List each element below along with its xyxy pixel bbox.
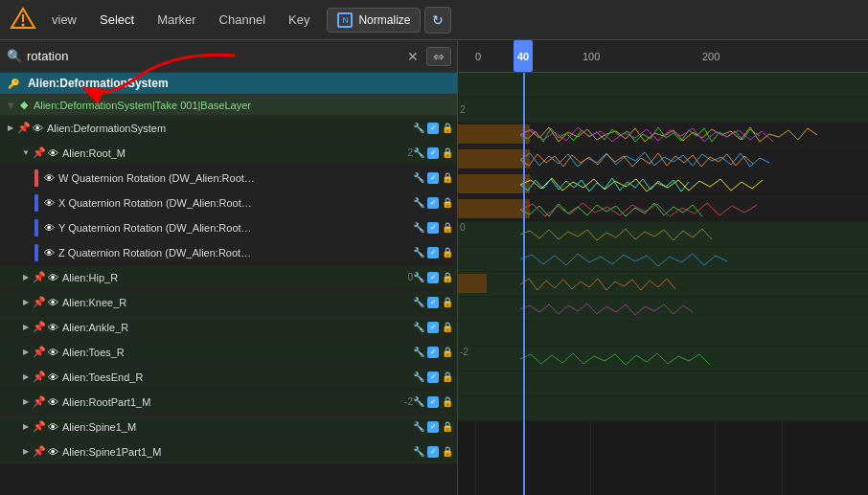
- menu-key[interactable]: Key: [279, 9, 319, 31]
- eye-icon[interactable]: 👁: [44, 172, 55, 184]
- track-checkbox[interactable]: ✓: [427, 222, 439, 234]
- track-checkbox[interactable]: ✓: [427, 247, 439, 259]
- track-row[interactable]: ▼ 📌 👁 Alien:Root_M 2 🔧 ✓ 🔒: [0, 141, 457, 166]
- wrench-icon[interactable]: 🔧: [413, 172, 424, 183]
- eye-icon[interactable]: 👁: [48, 147, 58, 159]
- lock-icon[interactable]: 🔒: [442, 421, 453, 432]
- eye-icon[interactable]: 👁: [48, 396, 58, 408]
- track-row[interactable]: ▶ 📌 👁 Alien:Spine1Part1_M 🔧 ✓ 🔒: [0, 439, 457, 464]
- track-row[interactable]: 👁 W Quaternion Rotation (DW_Alien:Root… …: [0, 166, 457, 191]
- track-checkbox[interactable]: ✓: [427, 197, 439, 209]
- eye-icon[interactable]: 👁: [33, 123, 43, 134]
- app-logo[interactable]: [8, 5, 38, 35]
- track-expander[interactable]: ▶: [19, 296, 33, 309]
- wrench-icon[interactable]: 🔧: [413, 347, 424, 357]
- wrench-icon[interactable]: 🔧: [413, 247, 424, 258]
- menu-view[interactable]: view: [42, 9, 86, 31]
- track-checkbox[interactable]: ✓: [427, 123, 439, 134]
- track-row[interactable]: ▶ 📌 👁 Alien:DeformationSystem 🔧 ✓ 🔒: [0, 116, 457, 141]
- normalize-label: Normalize: [358, 13, 410, 27]
- track-expander[interactable]: ▶: [4, 122, 17, 135]
- track-expander[interactable]: ▶: [19, 271, 33, 284]
- track-checkbox[interactable]: ✓: [427, 347, 439, 358]
- wrench-icon[interactable]: 🔧: [413, 272, 424, 282]
- lock-icon[interactable]: 🔒: [442, 222, 453, 233]
- lock-icon[interactable]: 🔒: [442, 197, 453, 208]
- timeline-ruler[interactable]: 0 40 100 200: [458, 40, 868, 73]
- wrench-icon[interactable]: 🔧: [413, 297, 424, 307]
- lock-icon[interactable]: 🔒: [442, 347, 453, 357]
- wrench-icon[interactable]: 🔧: [413, 421, 424, 432]
- current-frame-marker[interactable]: 40: [514, 40, 533, 72]
- wrench-icon[interactable]: 🔧: [413, 197, 424, 208]
- eye-icon[interactable]: 👁: [48, 446, 58, 458]
- track-color-indicator: [34, 169, 38, 187]
- track-row[interactable]: 👁 Y Quaternion Rotation (DW_Alien:Root… …: [0, 215, 457, 240]
- track-row[interactable]: 👁 Z Quaternion Rotation (DW_Alien:Root… …: [0, 240, 457, 265]
- lock-icon[interactable]: 🔒: [442, 371, 453, 382]
- wrench-icon[interactable]: 🔧: [413, 396, 424, 407]
- track-row[interactable]: ▶ 📌 👁 Alien:Toes_R 🔧 ✓ 🔒: [0, 340, 457, 365]
- track-expander[interactable]: ▶: [19, 395, 33, 409]
- wrench-icon[interactable]: 🔧: [413, 446, 424, 457]
- eye-icon[interactable]: 👁: [44, 222, 55, 234]
- eye-icon[interactable]: 👁: [48, 421, 58, 433]
- track-row[interactable]: ▶ 📌 👁 Alien:Ankle_R 🔧 ✓ 🔒: [0, 315, 457, 340]
- track-expander[interactable]: ▶: [19, 445, 33, 459]
- menu-marker[interactable]: Marker: [148, 9, 205, 31]
- lock-icon[interactable]: 🔒: [442, 172, 453, 183]
- wrench-icon[interactable]: 🔧: [413, 147, 424, 158]
- eye-icon[interactable]: 👁: [48, 297, 58, 308]
- track-expander[interactable]: ▶: [19, 371, 33, 384]
- lock-icon[interactable]: 🔒: [442, 272, 453, 282]
- menu-channel[interactable]: Channel: [210, 9, 275, 31]
- lock-icon[interactable]: 🔒: [442, 123, 453, 133]
- normalize-button[interactable]: N Normalize: [327, 8, 421, 33]
- track-checkbox[interactable]: ✓: [427, 172, 439, 184]
- eye-icon[interactable]: 👁: [44, 197, 55, 209]
- eye-icon[interactable]: 👁: [48, 371, 58, 383]
- track-row[interactable]: ▶ 📌 👁 Alien:Spine1_M 🔧 ✓ 🔒: [0, 415, 457, 439]
- wrench-icon[interactable]: 🔧: [413, 371, 424, 382]
- lock-icon[interactable]: 🔒: [442, 396, 453, 407]
- track-expander[interactable]: ▶: [19, 321, 33, 334]
- eye-icon[interactable]: 👁: [48, 347, 58, 358]
- track-checkbox[interactable]: ✓: [427, 297, 439, 308]
- waveform-svg: [520, 172, 868, 197]
- lock-icon[interactable]: 🔒: [442, 446, 453, 457]
- track-checkbox[interactable]: ✓: [427, 371, 439, 383]
- track-expander[interactable]: ▼: [19, 146, 33, 160]
- wrench-icon[interactable]: 🔧: [413, 322, 424, 332]
- refresh-button[interactable]: ↻: [424, 7, 451, 34]
- timeline-content[interactable]: 2: [458, 73, 868, 495]
- eye-icon[interactable]: 👁: [44, 247, 55, 259]
- track-checkbox[interactable]: ✓: [427, 396, 439, 408]
- track-icons: 📌 👁: [33, 146, 58, 159]
- menu-select[interactable]: Select: [90, 9, 144, 31]
- track-row[interactable]: ▶ 📌 👁 Alien:RootPart1_M -2 🔧 ✓ 🔒: [0, 390, 457, 415]
- eye-icon[interactable]: 👁: [48, 272, 58, 283]
- track-row[interactable]: 👁 X Quaternion Rotation (DW_Alien:Root… …: [0, 191, 457, 215]
- track-checkbox[interactable]: ✓: [427, 446, 439, 458]
- track-expander[interactable]: ▶: [19, 346, 33, 359]
- track-name: Alien:Spine1_M: [62, 421, 413, 433]
- search-swap-button[interactable]: ⇔: [426, 47, 451, 66]
- wrench-icon[interactable]: 🔧: [413, 123, 424, 133]
- search-input[interactable]: [27, 49, 400, 63]
- search-clear-button[interactable]: ✕: [403, 47, 423, 66]
- lock-icon[interactable]: 🔒: [442, 297, 453, 307]
- lock-icon[interactable]: 🔒: [442, 147, 453, 158]
- track-row[interactable]: ▶ 📌 👁 Alien:Knee_R 🔧 ✓ 🔒: [0, 290, 457, 315]
- track-checkbox[interactable]: ✓: [427, 421, 439, 433]
- track-checkbox[interactable]: ✓: [427, 147, 439, 159]
- wrench-icon[interactable]: 🔧: [413, 222, 424, 233]
- lock-icon[interactable]: 🔒: [442, 322, 453, 332]
- lock-icon[interactable]: 🔒: [442, 247, 453, 258]
- track-checkbox[interactable]: ✓: [427, 322, 439, 333]
- track-row[interactable]: ▶ 📌 👁 Alien:ToesEnd_R 🔧 ✓ 🔒: [0, 365, 457, 390]
- track-row[interactable]: ▶ 📌 👁 Alien:Hip_R 0 🔧 ✓ 🔒: [0, 265, 457, 290]
- track-checkbox[interactable]: ✓: [427, 272, 439, 283]
- eye-icon[interactable]: 👁: [48, 322, 58, 333]
- track-expander[interactable]: ▶: [19, 420, 33, 434]
- tracks-container[interactable]: ▶ 📌 👁 Alien:DeformationSystem 🔧 ✓ 🔒 ▼ 📌 …: [0, 116, 457, 495]
